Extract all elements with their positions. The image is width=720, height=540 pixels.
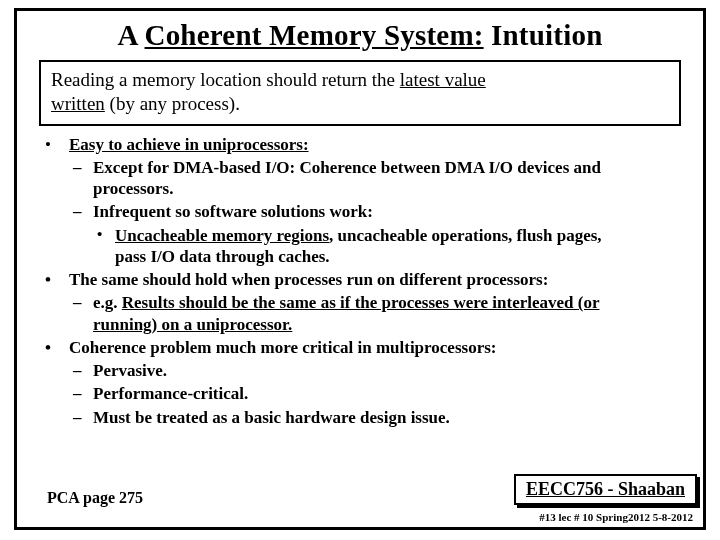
b1-s2a-mid: , uncacheable operations, flush pages, xyxy=(329,226,602,245)
bullet-1: Easy to achieve in uniprocessors: Except… xyxy=(43,134,685,268)
content-area: Easy to achieve in uniprocessors: Except… xyxy=(17,134,703,428)
slide-title: A Coherent Memory System: Intuition xyxy=(17,11,703,58)
b1-s2a-u1: Uncacheable memory regions xyxy=(115,226,329,245)
b1-sub2-a: Uncacheable memory regions, uncacheable … xyxy=(93,225,685,268)
footer-meta: #13 lec # 10 Spring2012 5-8-2012 xyxy=(539,511,693,523)
b2-s1b: Results should be the same as if the pro… xyxy=(122,293,600,312)
bullet-2: The same should hold when processes run … xyxy=(43,269,685,335)
intro-box: Reading a memory location should return … xyxy=(39,60,681,126)
b3-sub2: Performance-critical. xyxy=(69,383,685,404)
b1-sub1: Except for DMA-based I/O: Coherence betw… xyxy=(69,157,685,200)
title-post: Intuition xyxy=(484,19,603,51)
b1-s1a: Except for DMA-based I/O: Coherence betw… xyxy=(93,158,601,177)
b1-s2a-line2: pass I/O data through caches. xyxy=(115,247,330,266)
title-pre: A xyxy=(118,19,145,51)
footer-right-box: EECC756 - Shaaban xyxy=(514,474,697,505)
b1-head: Easy to achieve in uniprocessors: xyxy=(69,135,309,154)
slide-frame: A Coherent Memory System: Intuition Read… xyxy=(14,8,706,530)
b3-sub3: Must be treated as a basic hardware desi… xyxy=(69,407,685,428)
b3-s3: Must be treated as a basic hardware desi… xyxy=(93,408,450,427)
intro-t1: Reading a memory location should return … xyxy=(51,69,400,90)
b1-s1b: processors. xyxy=(93,179,173,198)
b3-s1: Pervasive. xyxy=(93,361,167,380)
b3-s2: Performance-critical. xyxy=(93,384,248,403)
b3-sub1: Pervasive. xyxy=(69,360,685,381)
footer-left: PCA page 275 xyxy=(47,489,143,507)
bullet-3: Coherence problem much more critical in … xyxy=(43,337,685,428)
b2-s1c: running) on a uniprocessor. xyxy=(93,315,292,334)
intro-t3: written xyxy=(51,93,105,114)
intro-t4: (by any process). xyxy=(105,93,240,114)
b2-s1a: e.g. xyxy=(93,293,122,312)
b3-head: Coherence problem much more critical in … xyxy=(69,338,496,357)
title-underlined: Coherent Memory System: xyxy=(145,19,484,51)
intro-t2: latest value xyxy=(400,69,486,90)
b2-head: The same should hold when processes run … xyxy=(69,270,548,289)
b1-sub2: Infrequent so software solutions work: U… xyxy=(69,201,685,267)
b2-sub1: e.g. Results should be the same as if th… xyxy=(69,292,685,335)
b1-s2: Infrequent so software solutions work: xyxy=(93,202,373,221)
